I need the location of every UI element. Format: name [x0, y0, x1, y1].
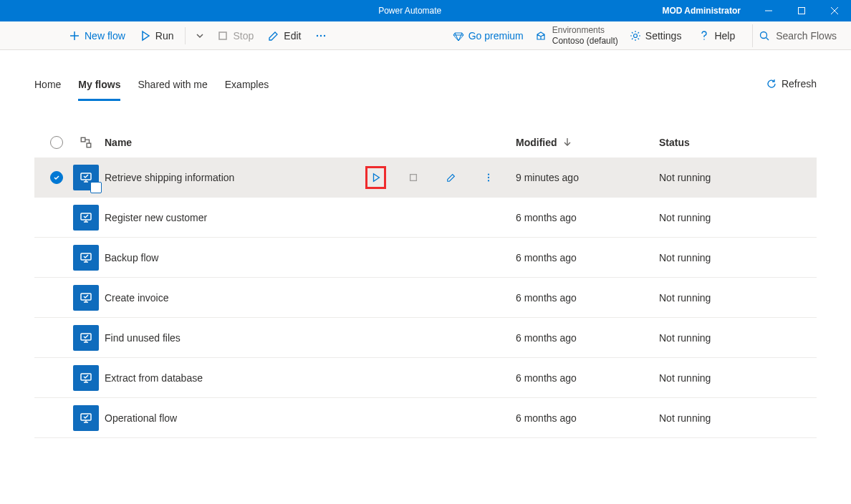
row-select[interactable]	[43, 171, 70, 184]
flow-type-icon	[70, 285, 102, 311]
flow-name[interactable]: Extract from database	[102, 372, 365, 384]
flow-name[interactable]: Backup flow	[102, 252, 365, 263]
environment-icon	[535, 30, 547, 42]
flow-type-icon	[70, 165, 102, 190]
flow-name[interactable]: Find unused files	[102, 332, 365, 344]
more-button[interactable]	[309, 24, 332, 47]
flow-status: Not running	[659, 372, 817, 384]
run-dropdown-button[interactable]	[191, 24, 208, 47]
chevron-down-icon	[194, 30, 206, 42]
flow-modified: 6 months ago	[516, 412, 659, 424]
table-row[interactable]: Register new customer6 months agoNot run…	[34, 198, 817, 238]
flow-name[interactable]: Retrieve shipping information	[102, 172, 365, 183]
column-modified[interactable]: Modified	[516, 137, 659, 148]
flow-status: Not running	[659, 292, 817, 304]
svg-point-9	[320, 34, 322, 36]
table-row[interactable]: Find unused files6 months agoNot running	[34, 318, 817, 358]
flow-status: Not running	[659, 172, 817, 183]
page-content: Home My flows Shared with me Examples Re…	[0, 50, 851, 438]
row-run-button[interactable]	[365, 166, 386, 189]
table-row[interactable]: Operational flow6 months agoNot running	[34, 398, 817, 438]
flow-name[interactable]: Create invoice	[102, 292, 365, 304]
svg-point-13	[761, 32, 767, 38]
flow-modified: 6 months ago	[516, 292, 659, 304]
flow-type-icon	[70, 245, 102, 271]
select-all[interactable]	[43, 136, 70, 149]
tab-shared[interactable]: Shared with me	[138, 73, 207, 101]
stop-label: Stop	[233, 30, 254, 42]
svg-point-23	[488, 173, 489, 175]
window-controls	[752, 0, 851, 21]
flow-status: Not running	[659, 332, 817, 344]
maximize-button[interactable]	[785, 0, 818, 21]
table-row[interactable]: Backup flow6 months agoNot running	[34, 238, 817, 278]
flow-name[interactable]: Operational flow	[102, 412, 365, 424]
flow-name[interactable]: Register new customer	[102, 212, 365, 223]
play-icon	[140, 30, 151, 42]
svg-marker-21	[373, 173, 379, 181]
svg-rect-16	[87, 143, 91, 147]
tab-examples[interactable]: Examples	[225, 73, 269, 101]
tabs-row: Home My flows Shared with me Examples Re…	[34, 73, 817, 102]
table-row[interactable]: Create invoice6 months agoNot running	[34, 278, 817, 318]
svg-marker-6	[143, 32, 149, 40]
edit-button[interactable]: Edit	[262, 24, 307, 47]
row-edit-button[interactable]	[441, 166, 461, 189]
gear-icon	[630, 30, 641, 42]
settings-label: Settings	[645, 30, 682, 42]
user-label: MOD Administrator	[662, 6, 752, 16]
settings-button[interactable]: Settings	[624, 24, 688, 47]
refresh-icon	[766, 78, 777, 89]
tab-my-flows[interactable]: My flows	[78, 73, 120, 101]
command-bar: New flow Run Stop Edit Go premium	[0, 21, 851, 50]
stop-button[interactable]: Stop	[211, 24, 259, 47]
flow-type-icon	[70, 405, 102, 431]
svg-rect-7	[219, 32, 226, 39]
column-name[interactable]: Name	[102, 137, 365, 148]
refresh-button[interactable]: Refresh	[766, 78, 817, 97]
go-premium-label: Go premium	[468, 30, 524, 42]
row-stop-button[interactable]	[403, 166, 423, 189]
svg-point-12	[704, 39, 706, 40]
flow-type-icon	[70, 205, 102, 231]
column-status[interactable]: Status	[659, 137, 817, 148]
question-icon	[698, 30, 710, 42]
environment-value: Contoso (default)	[552, 36, 618, 46]
row-more-button[interactable]	[479, 166, 499, 189]
help-button[interactable]: Help	[693, 24, 741, 47]
svg-rect-22	[410, 174, 417, 180]
table-row[interactable]: Extract from database6 months agoNot run…	[34, 358, 817, 398]
pencil-icon	[268, 30, 279, 42]
help-label: Help	[714, 30, 735, 42]
close-button[interactable]	[818, 0, 851, 21]
sort-descending-icon	[563, 137, 572, 148]
svg-point-10	[324, 34, 325, 36]
flow-modified: 6 months ago	[516, 332, 659, 344]
flow-modified: 6 months ago	[516, 252, 659, 263]
flow-modified: 6 months ago	[516, 212, 659, 223]
diamond-icon	[453, 30, 464, 42]
divider	[185, 27, 186, 44]
environments-button[interactable]: Environments Contoso (default)	[535, 25, 618, 46]
titlebar: Power Automate MOD Administrator	[0, 0, 851, 21]
table-header: Name Modified Status	[34, 127, 817, 158]
flow-type-icon-header	[70, 136, 102, 149]
svg-point-25	[488, 180, 489, 181]
table-row[interactable]: Retrieve shipping information9 minutes a…	[34, 158, 817, 198]
run-button[interactable]: Run	[134, 24, 180, 47]
go-premium-button[interactable]: Go premium	[447, 24, 529, 47]
svg-rect-1	[799, 8, 805, 14]
column-modified-label: Modified	[516, 137, 557, 148]
refresh-label: Refresh	[782, 78, 817, 89]
plus-icon	[69, 30, 80, 42]
minimize-button[interactable]	[752, 0, 785, 21]
edit-label: Edit	[284, 30, 301, 42]
flow-status: Not running	[659, 212, 817, 223]
search-flows[interactable]: Search Flows	[752, 24, 842, 47]
flow-type-icon	[70, 365, 102, 391]
flow-modified: 6 months ago	[516, 372, 659, 384]
app-title: Power Automate	[158, 6, 662, 16]
search-placeholder: Search Flows	[776, 30, 837, 42]
tab-home[interactable]: Home	[34, 73, 61, 101]
new-flow-button[interactable]: New flow	[63, 24, 131, 47]
